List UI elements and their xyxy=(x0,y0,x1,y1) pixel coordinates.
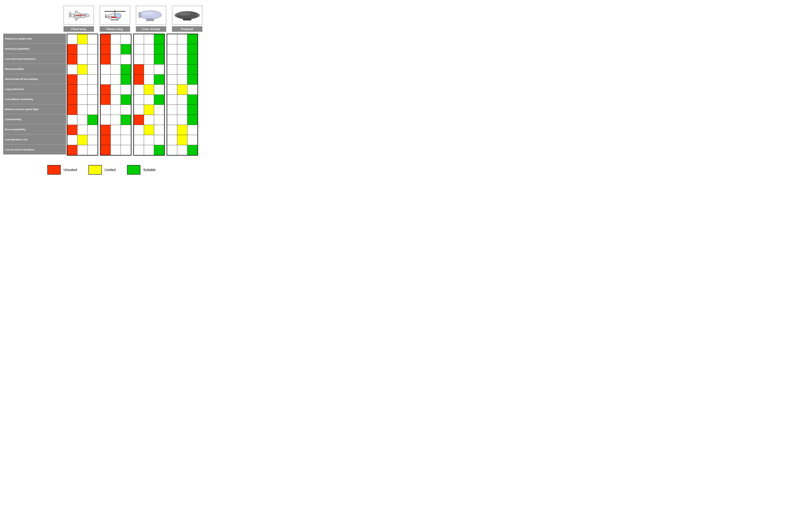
grid-cell-v3-r8-c0 xyxy=(167,115,177,125)
grid-cell-v1-r5-c1 xyxy=(111,85,121,94)
grid-cell-v3-r7-c0 xyxy=(167,105,177,115)
grid-row-2 xyxy=(167,54,198,64)
grid-cell-v2-r11-c2 xyxy=(154,145,164,155)
grid-row-8 xyxy=(134,115,164,125)
grid-row-7 xyxy=(67,105,97,115)
grid-row-6 xyxy=(100,95,131,105)
grid-cell-v3-r1-c2 xyxy=(187,44,198,54)
proposal-label: Proposal xyxy=(172,26,202,32)
grid-cell-v2-r7-c1 xyxy=(144,105,154,115)
grid-cell-v0-r9-c0 xyxy=(67,125,78,135)
svg-point-39 xyxy=(176,15,177,16)
grid-cell-v2-r11-c0 xyxy=(134,145,144,155)
grid-row-9 xyxy=(67,125,97,135)
grid-cell-v2-r6-c1 xyxy=(144,95,154,105)
grid-cell-v2-r7-c2 xyxy=(154,105,164,115)
grid-cell-v3-r1-c1 xyxy=(177,44,187,54)
grid-cell-v0-r10-c2 xyxy=(87,135,97,145)
grid-row-7 xyxy=(134,105,164,115)
grid-cell-v0-r7-c1 xyxy=(78,105,87,115)
fixed-wing-image-box: 31 xyxy=(63,6,94,25)
grid-cell-v0-r2-c2 xyxy=(87,54,97,64)
grid-cell-v0-r1-c2 xyxy=(87,44,97,54)
svg-point-24 xyxy=(142,11,155,15)
grid-cell-v2-r2-c1 xyxy=(144,54,154,64)
grid-cell-v3-r6-c0 xyxy=(167,95,177,105)
grid-cell-v2-r9-c0 xyxy=(134,125,144,135)
grid-cell-v0-r5-c1 xyxy=(78,85,87,94)
grid-cell-v2-r5-c0 xyxy=(134,85,144,94)
grid-cell-v2-r2-c0 xyxy=(134,54,144,64)
svg-rect-22 xyxy=(115,12,115,16)
grid-cell-v3-r10-c1 xyxy=(177,135,187,145)
grid-cell-v0-r6-c2 xyxy=(87,95,97,105)
grid-row-2 xyxy=(67,54,97,64)
criteria-6: Low altitude monitoring xyxy=(3,94,66,104)
grid-cell-v3-r9-c0 xyxy=(167,125,177,135)
airship-illustration xyxy=(138,8,164,23)
criteria-4: Vertical take-off and landing xyxy=(3,74,66,84)
criteria-5: Long endurance xyxy=(3,84,66,94)
grid-cell-v3-r6-c2 xyxy=(187,95,198,105)
grid-cell-v2-r2-c2 xyxy=(154,54,164,64)
grid-row-5 xyxy=(167,85,198,95)
grid-cell-v3-r10-c2 xyxy=(187,135,198,145)
grid-row-2 xyxy=(100,54,131,64)
grid-row-6 xyxy=(167,95,198,105)
fixed-wing-illustration: 31 xyxy=(65,8,92,23)
grid-cell-v1-r8-c2 xyxy=(121,115,131,125)
grid-cell-v0-r3-c2 xyxy=(87,64,97,74)
grid-cell-v1-r0-c2 xyxy=(121,34,131,44)
criteria-1: Hovering capabilities xyxy=(3,44,66,54)
grid-cell-v2-r6-c0 xyxy=(134,95,144,105)
grid-cell-v3-r9-c1 xyxy=(177,125,187,135)
header-section: 31 Fixed wing xyxy=(62,6,203,32)
grid-row-4 xyxy=(134,75,164,85)
grid-cell-v0-r1-c0 xyxy=(67,44,78,54)
column-header-rotary-wing: Rotary wing xyxy=(98,6,132,32)
grid-cell-v1-r6-c0 xyxy=(100,95,111,105)
grid-cell-v0-r11-c2 xyxy=(87,145,97,155)
grid-cell-v1-r2-c2 xyxy=(121,54,131,64)
grid-cell-v2-r4-c0 xyxy=(134,75,144,84)
grid-row-10 xyxy=(100,135,131,145)
proposal-illustration xyxy=(174,8,201,23)
grid-cell-v3-r3-c2 xyxy=(187,64,198,74)
grid-cell-v0-r0-c2 xyxy=(87,34,97,44)
grid-cell-v0-r2-c1 xyxy=(78,54,87,64)
grid-cell-v0-r8-c2 xyxy=(87,115,97,125)
grid-cell-v2-r6-c2 xyxy=(154,95,164,105)
grid-cell-v3-r10-c0 xyxy=(167,135,177,145)
grid-row-10 xyxy=(134,135,164,145)
grid-cell-v1-r7-c2 xyxy=(121,105,131,115)
rotary-wing-grid xyxy=(100,34,132,155)
grid-cell-v0-r0-c0 xyxy=(67,34,78,44)
criteria-column: Payload to weight ratio Hovering capabil… xyxy=(3,34,66,154)
grid-cell-v1-r6-c2 xyxy=(121,95,131,105)
grid-cell-v2-r1-c2 xyxy=(154,44,164,54)
grid-cell-v0-r2-c0 xyxy=(67,54,78,64)
grid-cell-v0-r10-c1 xyxy=(78,135,87,145)
grid-cell-v0-r4-c0 xyxy=(67,75,78,84)
grid-cell-v1-r5-c0 xyxy=(100,85,111,94)
grid-cell-v1-r9-c2 xyxy=(121,125,131,135)
grid-cell-v3-r11-c1 xyxy=(177,145,187,155)
svg-rect-8 xyxy=(76,15,85,16)
grid-cell-v1-r7-c1 xyxy=(111,105,121,115)
criteria-2: Low noise and turbulence xyxy=(3,54,66,64)
grid-cell-v3-r2-c2 xyxy=(187,54,198,64)
grid-row-5 xyxy=(134,85,164,95)
grid-row-1 xyxy=(100,44,131,54)
grid-row-11 xyxy=(67,145,97,155)
grid-cell-v1-r10-c1 xyxy=(111,135,121,145)
grid-cell-v0-r6-c1 xyxy=(78,95,87,105)
grid-cell-v0-r10-c0 xyxy=(67,135,78,145)
grid-cell-v2-r10-c2 xyxy=(154,135,164,145)
grid-cell-v1-r9-c0 xyxy=(100,125,111,135)
grid-cell-v2-r0-c0 xyxy=(134,34,144,44)
rotary-wing-illustration xyxy=(102,8,128,23)
grid-row-4 xyxy=(100,75,131,85)
svg-marker-4 xyxy=(74,16,82,21)
grid-cell-v3-r0-c2 xyxy=(187,34,198,44)
grid-cell-v0-r0-c1 xyxy=(78,34,87,44)
